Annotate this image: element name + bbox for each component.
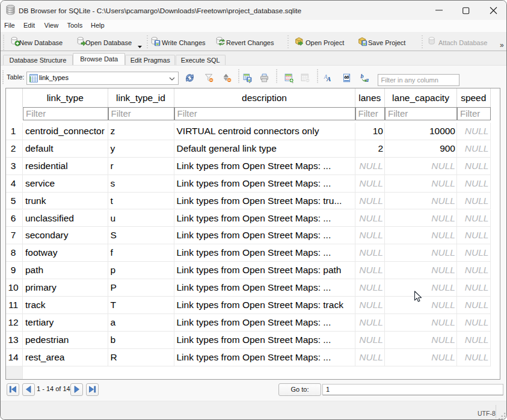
- svg-text:A: A: [326, 75, 331, 82]
- svg-text:a: a: [366, 76, 369, 83]
- svg-text:b: b: [360, 73, 363, 79]
